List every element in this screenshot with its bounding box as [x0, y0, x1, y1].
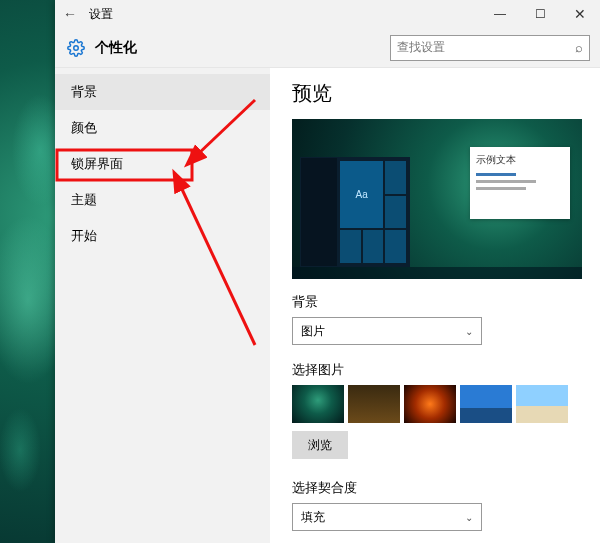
background-value: 图片	[301, 323, 465, 340]
picture-thumb[interactable]	[292, 385, 344, 423]
minimize-button[interactable]: —	[480, 0, 520, 28]
sidebar-item-background[interactable]: 背景	[55, 74, 270, 110]
window-title: 设置	[89, 6, 113, 23]
picture-thumbnails	[292, 385, 582, 423]
choose-picture-label: 选择图片	[292, 361, 582, 379]
svg-point-0	[74, 45, 79, 50]
preview-panel: Aa 示例文本	[292, 119, 582, 279]
sidebar-item-label: 背景	[71, 83, 97, 101]
settings-window: ← 设置 — ☐ ✕ 个性化 查找设置 ⌕ 背景 颜色 锁屏界面 主题 开始 预	[55, 0, 600, 543]
page-title: 个性化	[95, 39, 137, 57]
background-combobox[interactable]: 图片 ⌄	[292, 317, 482, 345]
picture-thumb[interactable]	[460, 385, 512, 423]
sidebar-item-themes[interactable]: 主题	[55, 182, 270, 218]
chevron-down-icon: ⌄	[465, 326, 473, 337]
close-button[interactable]: ✕	[560, 0, 600, 28]
preview-start-menu: Aa	[300, 157, 410, 267]
picture-thumb[interactable]	[516, 385, 568, 423]
picture-thumb[interactable]	[348, 385, 400, 423]
sidebar: 背景 颜色 锁屏界面 主题 开始	[55, 68, 270, 543]
sidebar-item-label: 颜色	[71, 119, 97, 137]
picture-thumb[interactable]	[404, 385, 456, 423]
sidebar-item-label: 锁屏界面	[71, 155, 123, 173]
preview-heading: 预览	[292, 80, 582, 107]
preview-sample-text: 示例文本	[476, 154, 516, 165]
search-icon: ⌕	[575, 40, 583, 55]
fit-value: 填充	[301, 509, 465, 526]
header-row: 个性化 查找设置 ⌕	[55, 28, 600, 68]
back-button[interactable]: ←	[55, 6, 85, 22]
sidebar-item-label: 开始	[71, 227, 97, 245]
gear-icon	[67, 39, 85, 57]
background-label: 背景	[292, 293, 582, 311]
fit-combobox[interactable]: 填充 ⌄	[292, 503, 482, 531]
preview-taskbar	[292, 267, 582, 279]
maximize-button[interactable]: ☐	[520, 0, 560, 28]
fit-label: 选择契合度	[292, 479, 582, 497]
search-input[interactable]: 查找设置 ⌕	[390, 35, 590, 61]
browse-button[interactable]: 浏览	[292, 431, 348, 459]
sidebar-item-lockscreen[interactable]: 锁屏界面	[55, 146, 270, 182]
sidebar-item-colors[interactable]: 颜色	[55, 110, 270, 146]
sidebar-item-label: 主题	[71, 191, 97, 209]
preview-tile: Aa	[340, 161, 383, 228]
search-placeholder: 查找设置	[397, 39, 575, 56]
chevron-down-icon: ⌄	[465, 512, 473, 523]
sidebar-item-start[interactable]: 开始	[55, 218, 270, 254]
preview-sample-window: 示例文本	[470, 147, 570, 219]
content-pane: 预览 Aa 示例文本 背景 图片 ⌄	[270, 68, 600, 543]
titlebar: ← 设置 — ☐ ✕	[55, 0, 600, 28]
